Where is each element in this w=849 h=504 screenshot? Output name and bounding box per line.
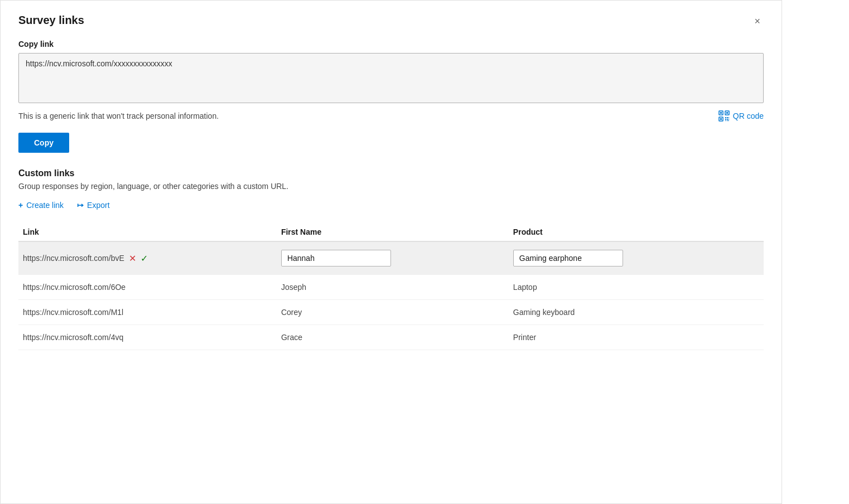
table-row: https://ncv.microsoft.com/bvE ✕ ✓ xyxy=(18,241,764,275)
table-cell-link: https://ncv.microsoft.com/bvE ✕ ✓ xyxy=(18,241,274,275)
svg-rect-3 xyxy=(726,112,728,114)
row4-link-text: https://ncv.microsoft.com/4vq xyxy=(23,333,123,342)
table-cell-firstname xyxy=(274,241,506,275)
svg-rect-9 xyxy=(725,119,726,120)
row1-link-text: https://ncv.microsoft.com/bvE xyxy=(23,254,124,263)
svg-rect-11 xyxy=(729,119,729,120)
svg-rect-1 xyxy=(720,112,722,114)
table-cell-link: https://ncv.microsoft.com/M1l xyxy=(18,300,274,325)
copy-link-label: Copy link xyxy=(18,40,764,49)
link-cell: https://ncv.microsoft.com/bvE ✕ ✓ xyxy=(23,253,268,264)
copy-link-section: Copy link This is a generic link that wo… xyxy=(18,40,764,168)
export-icon: ↦ xyxy=(77,201,84,210)
table-cell-link: https://ncv.microsoft.com/4vq xyxy=(18,325,274,350)
export-button[interactable]: ↦ Export xyxy=(77,201,109,210)
custom-links-title: Custom links xyxy=(18,168,764,178)
cancel-edit-icon[interactable]: ✕ xyxy=(129,253,136,264)
table-header: Link First Name Product xyxy=(18,223,764,241)
link-url-field[interactable] xyxy=(18,53,764,103)
row2-link-text: https://ncv.microsoft.com/6Oe xyxy=(23,283,126,292)
create-link-button[interactable]: + Create link xyxy=(18,201,64,210)
survey-links-dialog: Survey links × Copy link This is a gener… xyxy=(0,0,782,504)
table-row: https://ncv.microsoft.com/4vq Grace Prin… xyxy=(18,325,764,350)
table-header-row: Link First Name Product xyxy=(18,223,764,241)
plus-icon: + xyxy=(18,201,23,210)
custom-links-section: Custom links Group responses by region, … xyxy=(18,168,764,350)
svg-rect-6 xyxy=(725,117,726,118)
table-cell-product xyxy=(506,241,739,275)
table-cell-firstname: Grace xyxy=(274,325,506,350)
table-cell-extra xyxy=(739,325,764,350)
confirm-edit-icon[interactable]: ✓ xyxy=(141,253,148,264)
svg-rect-13 xyxy=(727,120,729,121)
table-body: https://ncv.microsoft.com/bvE ✕ ✓ xyxy=(18,241,764,350)
table-cell-extra xyxy=(739,300,764,325)
dialog-header: Survey links × xyxy=(18,14,764,28)
table-cell-extra xyxy=(739,241,764,275)
custom-links-table: Link First Name Product https://ncv.micr… xyxy=(18,223,764,350)
qr-code-label: QR code xyxy=(733,112,764,120)
table-cell-firstname: Corey xyxy=(274,300,506,325)
table-cell-link: https://ncv.microsoft.com/6Oe xyxy=(18,275,274,300)
svg-rect-12 xyxy=(725,120,726,121)
table-cell-firstname: Joseph xyxy=(274,275,506,300)
table-cell-product: Laptop xyxy=(506,275,739,300)
create-link-label: Create link xyxy=(26,201,64,210)
table-row: https://ncv.microsoft.com/6Oe Joseph Lap… xyxy=(18,275,764,300)
col-header-link: Link xyxy=(18,223,274,241)
firstname-input-row1[interactable] xyxy=(281,250,391,266)
table-cell-extra xyxy=(739,275,764,300)
col-header-firstname: First Name xyxy=(274,223,506,241)
close-button[interactable]: × xyxy=(751,14,764,28)
qr-code-button[interactable]: QR code xyxy=(718,110,764,122)
custom-links-desc: Group responses by region, language, or … xyxy=(18,182,764,191)
export-label: Export xyxy=(87,201,109,210)
dialog-title: Survey links xyxy=(18,14,84,27)
row3-link-text: https://ncv.microsoft.com/M1l xyxy=(23,308,123,317)
copy-button[interactable]: Copy xyxy=(18,133,69,153)
qr-icon xyxy=(718,110,730,122)
svg-rect-8 xyxy=(729,117,729,118)
table-cell-product: Gaming keyboard xyxy=(506,300,739,325)
svg-rect-5 xyxy=(720,118,722,120)
actions-row: + Create link ↦ Export xyxy=(18,201,764,210)
table-row: https://ncv.microsoft.com/M1l Corey Gami… xyxy=(18,300,764,325)
svg-rect-10 xyxy=(727,119,728,120)
product-input-row1[interactable] xyxy=(513,250,623,266)
svg-rect-7 xyxy=(727,117,728,118)
table-cell-product: Printer xyxy=(506,325,739,350)
generic-link-row: This is a generic link that won't track … xyxy=(18,110,764,122)
col-header-product: Product xyxy=(506,223,739,241)
col-header-actions xyxy=(739,223,764,241)
generic-link-text: This is a generic link that won't track … xyxy=(18,112,219,120)
